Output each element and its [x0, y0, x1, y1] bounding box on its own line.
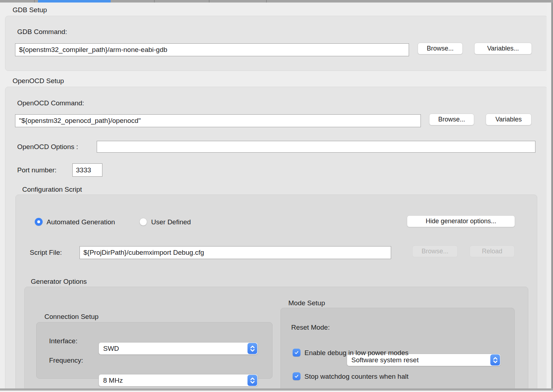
script-file-label: Script File: [30, 248, 62, 257]
interface-select[interactable]: SWD [98, 342, 258, 355]
check-icon [294, 373, 299, 379]
enable-low-power-checkbox[interactable] [293, 349, 300, 357]
hide-generator-options-button[interactable]: Hide generator options... [407, 215, 515, 227]
stop-watchdog-checkbox[interactable] [293, 372, 300, 380]
gdb-command-label: GDB Command: [17, 28, 67, 36]
tab-separator [266, 0, 267, 3]
chevron-up-down-icon [247, 343, 257, 354]
chevron-up-down-icon [247, 375, 257, 386]
gdb-browse-button-label: Browse... [427, 45, 453, 52]
tab-separator [209, 0, 210, 3]
port-number-input[interactable] [72, 163, 102, 177]
openocd-variables-button[interactable]: Variables [486, 114, 532, 125]
openocd-browse-button-label: Browse... [438, 116, 465, 123]
tab-separator [34, 0, 35, 3]
interface-select-value: SWD [99, 345, 119, 353]
gdb-variables-button[interactable]: Variables... [474, 43, 532, 54]
right-scroll-gutter [547, 3, 551, 392]
mode-setup-title: Mode Setup [288, 299, 325, 307]
gdb-browse-button[interactable]: Browse... [418, 43, 463, 54]
frequency-label: Frequency: [49, 356, 83, 365]
generator-options-title: Generator Options [31, 277, 87, 286]
script-reload-button: Reload [470, 245, 515, 257]
configuration-script-title: Configuration Script [22, 185, 82, 194]
reset-mode-label: Reset Mode: [291, 323, 330, 332]
user-defined-radio-label: User Defined [151, 218, 191, 226]
connection-setup-title: Connection Setup [44, 312, 98, 321]
openocd-setup-title: OpenOCD Setup [13, 77, 64, 85]
script-browse-button-label: Browse... [422, 248, 448, 255]
window-bottom-gap [0, 391, 553, 392]
enable-low-power-checkbox-label: Enable debug in low power modes [304, 349, 408, 357]
active-tab-indicator[interactable] [38, 0, 111, 3]
automated-generation-radio-label: Automated Generation [47, 218, 115, 226]
check-icon [294, 350, 299, 355]
tab-separator [154, 0, 155, 3]
tab-bar [0, 0, 553, 3]
gdb-command-input[interactable] [15, 43, 409, 56]
openocd-options-input[interactable] [97, 141, 535, 153]
openocd-command-label: OpenOCD Command: [17, 99, 84, 107]
openocd-variables-button-label: Variables [495, 116, 522, 123]
openocd-options-label: OpenOCD Options : [17, 143, 78, 151]
openocd-command-input[interactable] [15, 114, 421, 127]
script-reload-button-label: Reload [482, 248, 502, 255]
script-browse-button: Browse... [412, 245, 458, 257]
openocd-browse-button[interactable]: Browse... [429, 114, 474, 125]
frequency-select-value: 8 MHz [99, 377, 123, 384]
interface-label: Interface: [49, 337, 77, 345]
gdb-variables-button-label: Variables... [487, 45, 519, 52]
hide-generator-options-button-label: Hide generator options... [425, 217, 496, 225]
gdb-setup-title: GDB Setup [13, 6, 47, 14]
chevron-up-down-icon [490, 354, 500, 365]
frequency-select[interactable]: 8 MHz [98, 374, 258, 387]
port-number-label: Port number: [17, 166, 57, 175]
user-defined-radio[interactable] [139, 218, 147, 226]
window-right-border [551, 3, 553, 392]
stop-watchdog-checkbox-label: Stop watchdog counters when halt [304, 372, 408, 381]
automated-generation-radio[interactable] [35, 218, 43, 226]
script-file-input[interactable] [80, 246, 391, 259]
